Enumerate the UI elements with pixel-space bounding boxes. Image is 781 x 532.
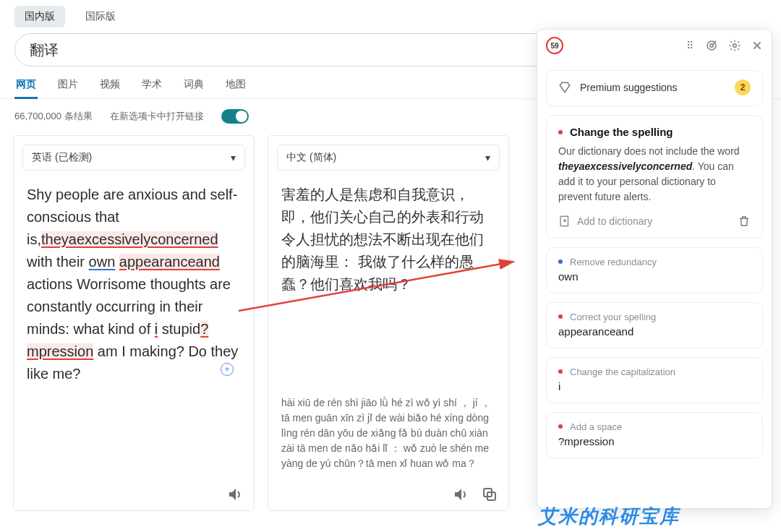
suggestion-card[interactable]: Add a space ?mpression (546, 412, 763, 458)
label: Add to dictionary (577, 215, 652, 227)
drag-handle-icon[interactable]: ⠿ (686, 40, 695, 51)
panel-body[interactable]: Premium suggestions 2 Change the spellin… (537, 61, 772, 508)
suggestion-card[interactable]: Remove redundancy own (546, 247, 763, 293)
copy-icon[interactable] (481, 486, 498, 503)
close-icon[interactable] (751, 40, 763, 51)
premium-label: Premium suggestions (580, 82, 678, 93)
target-card: 中文 (简体) ▾ 害羞的人是焦虑和自我意识，即，他们关心自己的外表和行动 令人… (268, 135, 509, 511)
premium-count: 2 (735, 80, 751, 95)
text: 害羞的人是焦虑和自我意识，即，他们关心自己的外表和行动 (281, 184, 495, 228)
suggestion-type: Correct your spelling (570, 312, 656, 322)
target-lang-select[interactable]: 中文 (简体) ▾ (277, 145, 500, 171)
text: 令人担忧的想法不断出现在他们的脑海里： 我做了什么样的愚蠢？他们喜欢我吗？ (281, 228, 495, 296)
severity-dot (558, 259, 563, 264)
text: stupid (158, 321, 200, 337)
suggestion-word: i (558, 380, 751, 392)
severity-dot (558, 130, 563, 134)
suggestion-title: Change the spelling (570, 126, 673, 138)
goals-icon[interactable] (705, 39, 718, 52)
open-new-tab-toggle[interactable] (221, 109, 249, 124)
source-card: 英语 (已检测) ▾ Shy people are anxious and se… (13, 135, 255, 511)
gear-icon[interactable] (728, 39, 741, 52)
source-footer (14, 480, 254, 510)
suggestion-type: Add a space (570, 421, 622, 432)
error-span[interactable]: theyaexcessivelyconcerned (41, 231, 218, 247)
open-new-tab-label: 在新选项卡中打开链接 (110, 110, 204, 123)
target-lang-label: 中文 (简体) (286, 151, 336, 164)
results-count: 66,700,000 条结果 (14, 110, 93, 123)
trash-icon[interactable] (738, 215, 751, 228)
score-badge[interactable]: 59 (546, 37, 563, 54)
target-text: 害羞的人是焦虑和自我意识，即，他们关心自己的外表和行动 令人担忧的想法不断出现在… (268, 179, 508, 395)
chevron-down-icon: ▾ (231, 152, 236, 163)
nav-tab-video[interactable]: 视频 (98, 78, 121, 98)
tab-international[interactable]: 国际版 (75, 6, 126, 27)
source-lang-select[interactable]: 英语 (已检测) ▾ (22, 145, 245, 171)
panel-header: 59 ⠿ (537, 30, 772, 61)
target-footer (268, 480, 508, 510)
suggestion-word: ?mpression (558, 435, 751, 447)
suggestion-word: appearanceand (558, 325, 751, 338)
version-tabs: 国内版 国际版 (0, 0, 781, 27)
add-to-dictionary-button[interactable]: Add to dictionary (558, 215, 652, 228)
nav-tab-scholar[interactable]: 学术 (140, 78, 163, 98)
tab-domestic[interactable]: 国内版 (14, 6, 65, 27)
grammar-panel: 59 ⠿ Premium suggestions 2 (537, 29, 772, 509)
error-span[interactable]: own (89, 254, 116, 270)
severity-dot (558, 369, 563, 374)
nav-tab-images[interactable]: 图片 (56, 78, 80, 98)
premium-card[interactable]: Premium suggestions 2 (546, 70, 763, 106)
suggestion-type: Remove redundancy (570, 257, 657, 267)
svg-point-7 (733, 44, 737, 48)
main-suggestion-card[interactable]: Change the spelling Our dictionary does … (546, 115, 763, 239)
nav-tab-web[interactable]: 网页 (14, 78, 38, 98)
svg-point-6 (710, 44, 714, 48)
suggestion-card[interactable]: Correct your spelling appearanceand (546, 302, 763, 348)
watermark-text: 艾米的科研宝库 (538, 504, 680, 529)
speaker-icon[interactable] (226, 486, 244, 503)
suggestion-word: own (558, 270, 751, 283)
book-plus-icon (558, 215, 571, 228)
severity-dot (558, 424, 563, 429)
add-icon[interactable]: + (221, 363, 234, 376)
text: Our dictionary does not include the word (558, 145, 740, 157)
suggestion-card[interactable]: Change the capitalization i (546, 357, 763, 403)
chevron-down-icon: ▾ (485, 152, 490, 163)
highlight-word: theyaexcessivelyconcerned (558, 160, 692, 172)
source-text[interactable]: Shy people are anxious and self-consciou… (14, 179, 254, 480)
text: with their (27, 254, 89, 270)
nav-tab-maps[interactable]: 地图 (224, 78, 247, 98)
nav-tab-dict[interactable]: 词典 (182, 78, 205, 98)
suggestion-type: Change the capitalization (570, 366, 675, 377)
speaker-icon[interactable] (452, 486, 469, 503)
source-lang-label: 英语 (已检测) (32, 151, 92, 164)
severity-dot (558, 314, 563, 319)
pinyin-text: hài xiū de rén shì jiāo lǜ hé zì wǒ yì s… (268, 395, 508, 480)
error-span[interactable]: appearanceand (119, 254, 220, 270)
diamond-icon (558, 81, 571, 94)
